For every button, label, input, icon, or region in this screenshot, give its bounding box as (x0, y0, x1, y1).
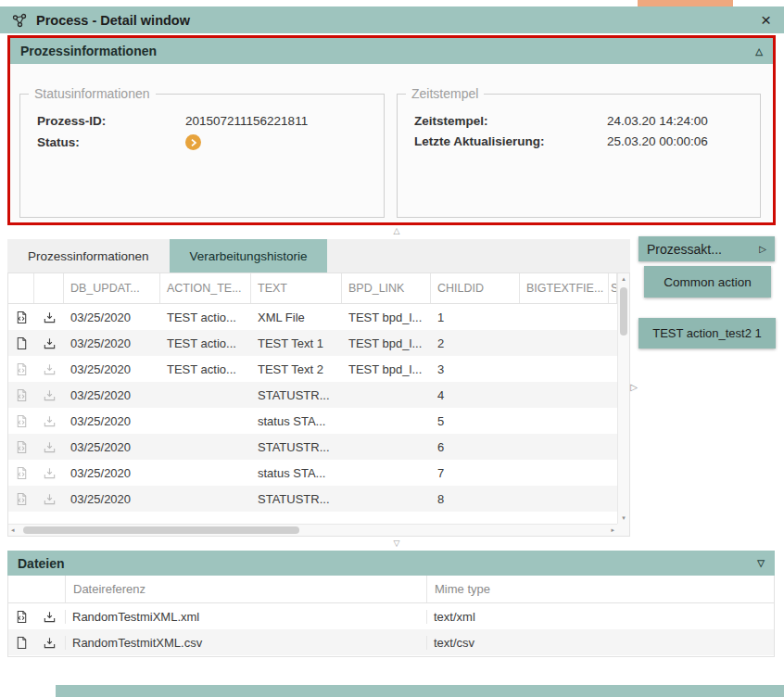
scrollbar-corner (617, 524, 629, 536)
col-dateireferenz[interactable]: Dateireferenz (66, 576, 427, 602)
prozessaktionen-flyout-button[interactable]: Prozessakt... ▷ (639, 236, 775, 261)
col-download-icon (34, 273, 64, 303)
background-tab-peek[interactable] (638, 0, 733, 6)
download-icon-cell[interactable] (34, 388, 64, 402)
table-row[interactable]: 03/25/2020 status STA... 7 (8, 460, 617, 486)
cell-childid: 6 (431, 440, 520, 454)
vertical-scrollbar-thumb[interactable] (620, 287, 627, 336)
table-row[interactable]: 03/25/2020 STATUSTR... 6 (8, 434, 617, 460)
table-row[interactable]: 03/25/2020 status STA... 5 (8, 408, 617, 434)
process-info-panel-header[interactable]: Prozessinformationen △ (10, 38, 773, 64)
file-type-icon-cell[interactable] (8, 636, 34, 650)
history-table-body: 03/25/2020 TEST actio... XML File TEST b… (8, 304, 617, 512)
status-label: Status: (37, 135, 185, 149)
table-expander[interactable]: ▷ (629, 373, 639, 400)
collapse-down-icon[interactable]: ▽ (757, 558, 765, 568)
horizontal-scrollbar[interactable]: ◂ ▸ (8, 524, 617, 536)
panel-title: Dateien (18, 556, 65, 571)
panel-title: Prozessinformationen (20, 44, 157, 58)
file-type-icon-cell[interactable] (8, 414, 34, 428)
cell-childid: 3 (431, 362, 520, 376)
download-icon-cell[interactable] (34, 610, 66, 624)
download-icon-cell[interactable] (34, 466, 64, 480)
code-file-icon (15, 610, 29, 624)
tab-verarbeitungshistorie[interactable]: Verarbeitungshistorie (170, 239, 328, 272)
vertical-scrollbar[interactable]: ▴ ▾ (617, 273, 629, 524)
cell-text: STATUSTR... (251, 388, 342, 402)
cell-text: XML File (251, 310, 342, 324)
scroll-up-icon[interactable]: ▴ (618, 275, 629, 283)
table-row[interactable]: 03/25/2020 TEST actio... XML File TEST b… (8, 304, 617, 330)
col-db-updated[interactable]: DB_UPDAT... (64, 273, 160, 303)
cell-childid: 8 (431, 492, 520, 506)
splitter-collapse-bottom[interactable]: ▽ (388, 539, 405, 548)
file-type-icon-cell[interactable] (8, 492, 34, 506)
history-grid: DB_UPDAT... ACTION_TE... TEXT BPD_LINK C… (8, 273, 617, 524)
files-panel-header[interactable]: Dateien ▽ (7, 551, 775, 576)
scroll-right-icon[interactable]: ▸ (611, 525, 614, 536)
download-icon (43, 414, 57, 428)
file-type-icon-cell[interactable] (8, 466, 34, 480)
col-childid[interactable]: CHILDID (431, 273, 520, 303)
code-file-icon (15, 492, 29, 506)
download-icon-cell[interactable] (34, 310, 64, 324)
panel-content: Statusinformationen Prozess-ID: 20150721… (10, 64, 773, 222)
col-text[interactable]: TEXT (251, 273, 342, 303)
code-file-icon (15, 466, 29, 480)
cell-action-text: TEST actio... (160, 362, 251, 376)
files-panel: Dateien ▽ Dateireferenz Mime type (7, 551, 775, 657)
files-header-row: Dateireferenz Mime type (8, 576, 774, 603)
download-icon-cell[interactable] (34, 636, 66, 650)
download-icon-cell[interactable] (34, 414, 64, 428)
col-s[interactable]: S (609, 273, 617, 303)
col-bpd-link[interactable]: BPD_LINK (342, 273, 431, 303)
file-type-icon-cell[interactable] (8, 388, 34, 402)
status-bar (56, 685, 784, 697)
status-info-group: Statusinformationen Prozess-ID: 20150721… (19, 86, 385, 218)
tab-prozessinformationen[interactable]: Prozessinformationen (7, 239, 170, 272)
zeitstempel-value: 24.03.20 14:24:00 (607, 114, 708, 128)
test-action-button[interactable]: TEST action_test2 1 (639, 318, 776, 348)
prozess-id-value: 201507211156221811 (185, 114, 308, 128)
collapse-up-icon[interactable]: △ (755, 46, 763, 57)
cell-childid: 5 (431, 414, 520, 428)
tab-bar: Prozessinformationen Verarbeitungshistor… (7, 239, 630, 272)
download-icon-cell[interactable] (34, 336, 64, 350)
download-icon-cell[interactable] (34, 362, 64, 376)
col-mime-type[interactable]: Mime type (427, 576, 774, 602)
file-type-icon-cell[interactable] (8, 440, 34, 454)
download-icon-cell[interactable] (34, 492, 64, 506)
download-icon (43, 362, 57, 376)
table-row[interactable]: 03/25/2020 TEST actio... TEST Text 1 TES… (8, 330, 617, 356)
close-button[interactable]: × (759, 11, 773, 29)
cell-action-text: TEST actio... (160, 310, 251, 324)
file-type-icon-cell[interactable] (8, 362, 34, 376)
file-row[interactable]: RandomTestmitXML.csv text/csv (8, 629, 774, 655)
horizontal-scrollbar-thumb[interactable] (23, 526, 299, 534)
cell-text: status STA... (251, 466, 342, 480)
cell-text: TEST Text 2 (251, 362, 342, 376)
cell-text: status STA... (251, 414, 342, 428)
col-bigtextfield[interactable]: BIGTEXTFIE... (520, 273, 609, 303)
code-file-icon (15, 310, 29, 324)
splitter-collapse-top[interactable]: △ (388, 226, 405, 235)
table-row[interactable]: 03/25/2020 TEST actio... TEST Text 2 TES… (8, 356, 617, 382)
file-type-icon-cell[interactable] (8, 336, 34, 350)
file-row[interactable]: RandomTestmiXML.xml text/xml (8, 603, 774, 629)
cell-mime-type: text/csv (427, 636, 774, 650)
window-titlebar: Process - Detail window × (0, 6, 784, 33)
cell-bpd-link: TEST bpd_l... (342, 310, 431, 324)
file-type-icon-cell[interactable] (8, 310, 34, 324)
scroll-down-icon[interactable]: ▾ (618, 514, 629, 522)
document-icon (15, 636, 29, 650)
table-row[interactable]: 03/25/2020 STATUSTR... 8 (8, 486, 617, 512)
cell-childid: 1 (431, 310, 520, 324)
table-row[interactable]: 03/25/2020 STATUSTR... 4 (8, 382, 617, 408)
common-action-button[interactable]: Common action (644, 266, 771, 298)
status-running-icon (185, 134, 201, 150)
download-icon-cell[interactable] (34, 440, 64, 454)
scroll-left-icon[interactable]: ◂ (11, 525, 15, 536)
file-type-icon-cell[interactable] (8, 610, 34, 624)
col-action-text[interactable]: ACTION_TE... (160, 273, 251, 303)
download-icon (43, 310, 57, 324)
